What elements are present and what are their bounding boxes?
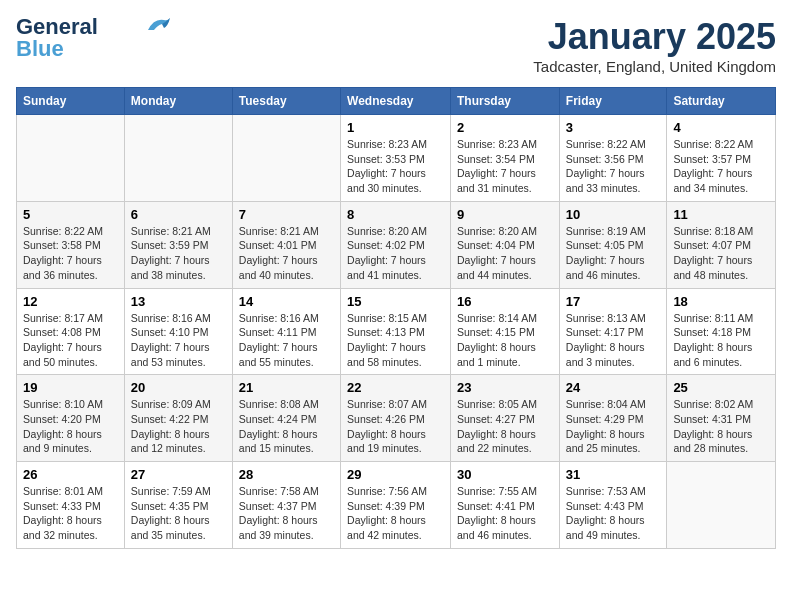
day-number: 29 (347, 467, 444, 482)
day-number: 27 (131, 467, 226, 482)
day-cell: 13Sunrise: 8:16 AM Sunset: 4:10 PM Dayli… (124, 288, 232, 375)
weekday-header-thursday: Thursday (451, 88, 560, 115)
weekday-header-sunday: Sunday (17, 88, 125, 115)
day-number: 17 (566, 294, 661, 309)
day-cell: 22Sunrise: 8:07 AM Sunset: 4:26 PM Dayli… (341, 375, 451, 462)
day-cell: 3Sunrise: 8:22 AM Sunset: 3:56 PM Daylig… (559, 115, 667, 202)
day-info: Sunrise: 8:22 AM Sunset: 3:57 PM Dayligh… (673, 137, 769, 196)
day-cell: 10Sunrise: 8:19 AM Sunset: 4:05 PM Dayli… (559, 201, 667, 288)
day-number: 10 (566, 207, 661, 222)
day-cell: 18Sunrise: 8:11 AM Sunset: 4:18 PM Dayli… (667, 288, 776, 375)
weekday-header-tuesday: Tuesday (232, 88, 340, 115)
day-number: 7 (239, 207, 334, 222)
calendar-table: SundayMondayTuesdayWednesdayThursdayFrid… (16, 87, 776, 549)
day-cell: 27Sunrise: 7:59 AM Sunset: 4:35 PM Dayli… (124, 462, 232, 549)
day-info: Sunrise: 8:20 AM Sunset: 4:02 PM Dayligh… (347, 224, 444, 283)
day-number: 28 (239, 467, 334, 482)
day-info: Sunrise: 8:09 AM Sunset: 4:22 PM Dayligh… (131, 397, 226, 456)
day-number: 9 (457, 207, 553, 222)
day-number: 2 (457, 120, 553, 135)
day-cell: 1Sunrise: 8:23 AM Sunset: 3:53 PM Daylig… (341, 115, 451, 202)
day-info: Sunrise: 7:56 AM Sunset: 4:39 PM Dayligh… (347, 484, 444, 543)
day-info: Sunrise: 8:01 AM Sunset: 4:33 PM Dayligh… (23, 484, 118, 543)
day-number: 5 (23, 207, 118, 222)
day-info: Sunrise: 8:20 AM Sunset: 4:04 PM Dayligh… (457, 224, 553, 283)
day-number: 30 (457, 467, 553, 482)
day-cell: 8Sunrise: 8:20 AM Sunset: 4:02 PM Daylig… (341, 201, 451, 288)
page-header: General Blue January 2025 Tadcaster, Eng… (16, 16, 776, 75)
weekday-header-row: SundayMondayTuesdayWednesdayThursdayFrid… (17, 88, 776, 115)
day-number: 12 (23, 294, 118, 309)
logo-blue: Blue (16, 38, 64, 60)
day-number: 19 (23, 380, 118, 395)
day-cell: 31Sunrise: 7:53 AM Sunset: 4:43 PM Dayli… (559, 462, 667, 549)
day-info: Sunrise: 7:55 AM Sunset: 4:41 PM Dayligh… (457, 484, 553, 543)
day-cell: 24Sunrise: 8:04 AM Sunset: 4:29 PM Dayli… (559, 375, 667, 462)
day-info: Sunrise: 8:08 AM Sunset: 4:24 PM Dayligh… (239, 397, 334, 456)
day-number: 22 (347, 380, 444, 395)
day-cell: 21Sunrise: 8:08 AM Sunset: 4:24 PM Dayli… (232, 375, 340, 462)
day-number: 11 (673, 207, 769, 222)
day-cell: 11Sunrise: 8:18 AM Sunset: 4:07 PM Dayli… (667, 201, 776, 288)
week-row-3: 12Sunrise: 8:17 AM Sunset: 4:08 PM Dayli… (17, 288, 776, 375)
day-number: 21 (239, 380, 334, 395)
day-cell (667, 462, 776, 549)
day-number: 3 (566, 120, 661, 135)
logo: General Blue (16, 16, 172, 60)
day-number: 13 (131, 294, 226, 309)
title-block: January 2025 Tadcaster, England, United … (533, 16, 776, 75)
day-number: 25 (673, 380, 769, 395)
week-row-5: 26Sunrise: 8:01 AM Sunset: 4:33 PM Dayli… (17, 462, 776, 549)
day-number: 1 (347, 120, 444, 135)
day-cell (17, 115, 125, 202)
logo-text: General (16, 16, 98, 38)
weekday-header-monday: Monday (124, 88, 232, 115)
day-number: 20 (131, 380, 226, 395)
day-info: Sunrise: 7:58 AM Sunset: 4:37 PM Dayligh… (239, 484, 334, 543)
day-info: Sunrise: 8:04 AM Sunset: 4:29 PM Dayligh… (566, 397, 661, 456)
day-cell: 14Sunrise: 8:16 AM Sunset: 4:11 PM Dayli… (232, 288, 340, 375)
day-info: Sunrise: 8:21 AM Sunset: 3:59 PM Dayligh… (131, 224, 226, 283)
day-cell: 28Sunrise: 7:58 AM Sunset: 4:37 PM Dayli… (232, 462, 340, 549)
day-number: 6 (131, 207, 226, 222)
day-info: Sunrise: 8:18 AM Sunset: 4:07 PM Dayligh… (673, 224, 769, 283)
day-cell: 5Sunrise: 8:22 AM Sunset: 3:58 PM Daylig… (17, 201, 125, 288)
day-info: Sunrise: 7:53 AM Sunset: 4:43 PM Dayligh… (566, 484, 661, 543)
day-cell: 23Sunrise: 8:05 AM Sunset: 4:27 PM Dayli… (451, 375, 560, 462)
week-row-1: 1Sunrise: 8:23 AM Sunset: 3:53 PM Daylig… (17, 115, 776, 202)
day-cell: 9Sunrise: 8:20 AM Sunset: 4:04 PM Daylig… (451, 201, 560, 288)
day-cell: 15Sunrise: 8:15 AM Sunset: 4:13 PM Dayli… (341, 288, 451, 375)
day-info: Sunrise: 8:16 AM Sunset: 4:10 PM Dayligh… (131, 311, 226, 370)
day-cell: 25Sunrise: 8:02 AM Sunset: 4:31 PM Dayli… (667, 375, 776, 462)
day-cell (232, 115, 340, 202)
week-row-2: 5Sunrise: 8:22 AM Sunset: 3:58 PM Daylig… (17, 201, 776, 288)
day-info: Sunrise: 8:11 AM Sunset: 4:18 PM Dayligh… (673, 311, 769, 370)
day-cell: 30Sunrise: 7:55 AM Sunset: 4:41 PM Dayli… (451, 462, 560, 549)
day-info: Sunrise: 8:02 AM Sunset: 4:31 PM Dayligh… (673, 397, 769, 456)
day-info: Sunrise: 8:23 AM Sunset: 3:54 PM Dayligh… (457, 137, 553, 196)
day-number: 26 (23, 467, 118, 482)
day-cell (124, 115, 232, 202)
day-number: 31 (566, 467, 661, 482)
day-info: Sunrise: 8:14 AM Sunset: 4:15 PM Dayligh… (457, 311, 553, 370)
day-number: 14 (239, 294, 334, 309)
day-info: Sunrise: 8:17 AM Sunset: 4:08 PM Dayligh… (23, 311, 118, 370)
month-title: January 2025 (533, 16, 776, 58)
day-cell: 7Sunrise: 8:21 AM Sunset: 4:01 PM Daylig… (232, 201, 340, 288)
day-cell: 2Sunrise: 8:23 AM Sunset: 3:54 PM Daylig… (451, 115, 560, 202)
day-info: Sunrise: 7:59 AM Sunset: 4:35 PM Dayligh… (131, 484, 226, 543)
weekday-header-saturday: Saturday (667, 88, 776, 115)
location: Tadcaster, England, United Kingdom (533, 58, 776, 75)
logo-icon (144, 16, 172, 34)
day-cell: 17Sunrise: 8:13 AM Sunset: 4:17 PM Dayli… (559, 288, 667, 375)
day-number: 24 (566, 380, 661, 395)
weekday-header-friday: Friday (559, 88, 667, 115)
day-info: Sunrise: 8:07 AM Sunset: 4:26 PM Dayligh… (347, 397, 444, 456)
day-info: Sunrise: 8:23 AM Sunset: 3:53 PM Dayligh… (347, 137, 444, 196)
day-cell: 16Sunrise: 8:14 AM Sunset: 4:15 PM Dayli… (451, 288, 560, 375)
day-info: Sunrise: 8:19 AM Sunset: 4:05 PM Dayligh… (566, 224, 661, 283)
week-row-4: 19Sunrise: 8:10 AM Sunset: 4:20 PM Dayli… (17, 375, 776, 462)
day-number: 18 (673, 294, 769, 309)
day-cell: 29Sunrise: 7:56 AM Sunset: 4:39 PM Dayli… (341, 462, 451, 549)
day-info: Sunrise: 8:15 AM Sunset: 4:13 PM Dayligh… (347, 311, 444, 370)
